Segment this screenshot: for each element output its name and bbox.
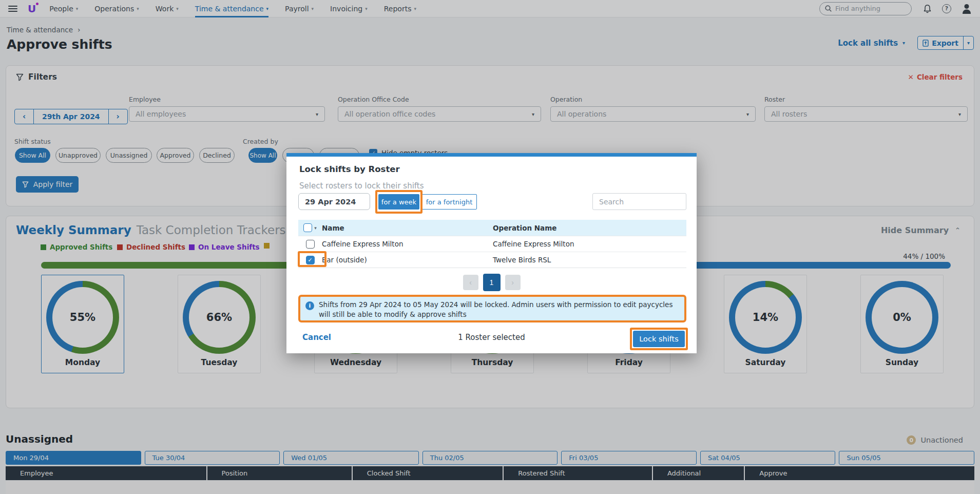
roster-row-bar-outside[interactable]: ✓ Bar (outside) Twelve Birds RSL	[298, 252, 686, 268]
lock-info-banner: i Shifts from 29 Apr 2024 to 05 May 2024…	[298, 295, 686, 322]
roster-table: ▾ Name Operation Name Caffeine Express M…	[298, 220, 686, 268]
for-a-week-button[interactable]: for a week	[378, 194, 419, 210]
select-all-checkbox[interactable]	[303, 223, 312, 232]
lock-shifts-button[interactable]: Lock shifts	[633, 331, 685, 347]
next-page-button[interactable]: ›	[505, 275, 521, 290]
pagination: ‹ 1 ›	[286, 274, 697, 291]
page-1-button[interactable]: 1	[483, 274, 501, 291]
info-icon: i	[305, 301, 314, 310]
modal-search-input[interactable]	[592, 193, 686, 210]
prev-page-button[interactable]: ‹	[463, 275, 478, 290]
app-root: U People▾ Operations▾ Work▾ Time & atten…	[0, 0, 980, 494]
lock-shifts-modal: Lock shifts by Roster Select rosters to …	[286, 153, 697, 353]
roster-table-header: ▾ Name Operation Name	[298, 220, 686, 236]
row-checkbox[interactable]	[306, 240, 315, 249]
modal-subtitle: Select rosters to lock their shifts	[299, 181, 424, 191]
for-a-fortnight-button[interactable]: for a fortnight	[421, 194, 477, 210]
modal-title: Lock shifts by Roster	[299, 164, 400, 174]
col-operation-name: Operation Name	[493, 224, 686, 232]
chevron-down-icon[interactable]: ▾	[314, 225, 317, 231]
lock-info-text: Shifts from 29 Apr 2024 to 05 May 2024 w…	[319, 300, 678, 317]
row-checkbox-checked[interactable]: ✓	[306, 256, 315, 264]
modal-date-input[interactable]	[298, 193, 370, 210]
roster-row-caffeine[interactable]: Caffeine Express Milton Caffeine Express…	[298, 236, 686, 252]
col-name: Name	[322, 224, 493, 232]
